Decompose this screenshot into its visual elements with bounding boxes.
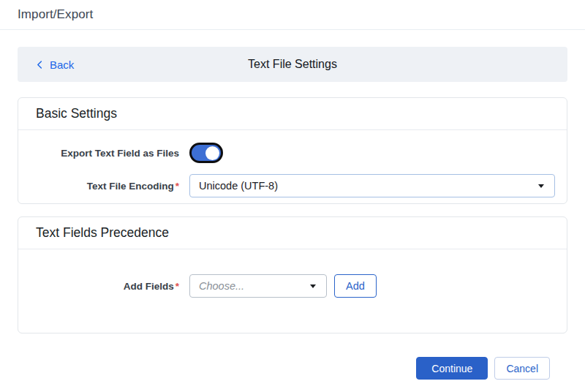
content: Back Text File Settings Basic Settings E…	[18, 47, 567, 380]
export-text-toggle[interactable]	[189, 143, 223, 163]
encoding-row: Text File Encoding* Unicode (UTF-8)	[36, 174, 555, 197]
page-header: Import/Export	[0, 0, 585, 30]
export-text-row: Export Text Field as Files	[36, 143, 555, 163]
caret-down-icon	[538, 184, 544, 188]
footer-actions: Continue Cancel	[18, 357, 550, 380]
precedence-card-header: Text Fields Precedence	[18, 217, 567, 249]
basic-settings-card-header: Basic Settings	[18, 98, 567, 130]
encoding-select-value: Unicode (UTF-8)	[199, 180, 278, 192]
back-label: Back	[50, 59, 74, 71]
chevron-left-icon	[35, 60, 45, 69]
cancel-button[interactable]: Cancel	[494, 357, 550, 380]
add-fields-select-placeholder: Choose...	[199, 280, 244, 292]
text-fields-precedence-card: Text Fields Precedence Add Fields* Choos…	[18, 216, 567, 333]
add-fields-label: Add Fields*	[36, 281, 179, 292]
continue-button[interactable]: Continue	[416, 357, 488, 380]
encoding-select[interactable]: Unicode (UTF-8)	[189, 174, 555, 197]
back-button[interactable]: Back	[35, 47, 74, 82]
basic-settings-heading: Basic Settings	[36, 106, 549, 121]
add-button[interactable]: Add	[334, 274, 377, 298]
toolbar: Back Text File Settings	[18, 47, 567, 82]
export-text-label: Export Text Field as Files	[36, 148, 179, 159]
required-asterisk: *	[176, 281, 179, 292]
precedence-heading: Text Fields Precedence	[36, 225, 549, 241]
page-title: Import/Export	[18, 7, 93, 22]
encoding-label: Text File Encoding*	[36, 181, 179, 192]
caret-down-icon	[310, 284, 316, 288]
add-fields-select[interactable]: Choose...	[189, 274, 327, 298]
basic-settings-card-body: Export Text Field as Files Text File Enc…	[18, 130, 567, 203]
add-fields-row: Add Fields* Choose... Add	[36, 274, 555, 298]
required-asterisk: *	[176, 181, 179, 192]
precedence-card-body: Add Fields* Choose... Add	[18, 249, 567, 333]
toggle-knob	[205, 146, 219, 160]
toolbar-title: Text File Settings	[248, 58, 337, 71]
basic-settings-card: Basic Settings Export Text Field as File…	[18, 97, 567, 204]
